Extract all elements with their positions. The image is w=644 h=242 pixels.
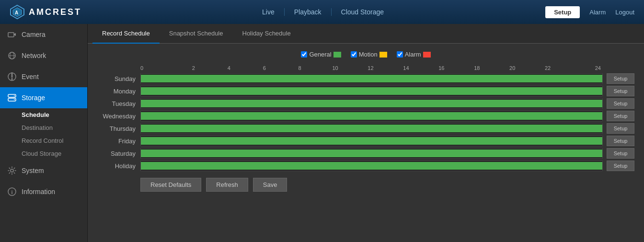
legend-motion-label: Motion <box>359 51 378 58</box>
bar-tuesday-fill <box>141 100 602 107</box>
legend-general-label: General <box>309 51 331 58</box>
setup-holiday-btn[interactable]: Setup <box>607 161 634 171</box>
row-wednesday: Wednesday Setup <box>97 111 634 121</box>
bar-saturday-fill <box>141 150 602 157</box>
row-holiday: Holiday Setup <box>97 161 634 171</box>
setup-button[interactable]: Setup <box>545 6 580 18</box>
content: General Motion Alarm 0 <box>88 44 644 242</box>
sidebar-label-system: System <box>22 167 44 174</box>
sidebar-sub-destination[interactable]: Destination <box>22 121 87 134</box>
svg-point-13 <box>11 169 13 172</box>
bar-monday[interactable] <box>140 86 603 96</box>
sidebar: Camera Network Event Storage Schedule De… <box>0 24 88 242</box>
bar-holiday-fill <box>141 162 602 170</box>
day-saturday: Saturday <box>97 150 140 157</box>
time-24: 24 <box>565 65 601 71</box>
legend-general-checkbox[interactable] <box>301 51 307 58</box>
legend-motion-color <box>380 52 387 58</box>
sidebar-item-event[interactable]: Event <box>0 66 87 87</box>
bar-wednesday[interactable] <box>140 111 603 121</box>
day-monday: Monday <box>97 88 140 95</box>
bar-sunday-fill <box>141 75 602 82</box>
setup-friday-btn[interactable]: Setup <box>607 136 634 146</box>
row-sunday: Sunday Setup <box>97 73 634 84</box>
time-axis: 0 2 4 6 8 10 12 14 16 18 20 22 24 <box>140 65 601 71</box>
refresh-button[interactable]: Refresh <box>206 178 248 192</box>
time-8: 8 <box>282 65 318 71</box>
logout-link[interactable]: Logout <box>615 9 634 16</box>
sidebar-sub: Schedule Destination Record Control Clou… <box>0 108 87 160</box>
tab-snapshot-schedule[interactable]: Snapshot Schedule <box>160 24 233 44</box>
header: A AMCREST Live Playback Cloud Storage Se… <box>0 0 644 24</box>
storage-icon <box>7 93 17 103</box>
setup-saturday-btn[interactable]: Setup <box>607 148 634 159</box>
bar-saturday[interactable] <box>140 148 603 159</box>
sidebar-sub-schedule[interactable]: Schedule <box>22 108 87 121</box>
bar-monday-fill <box>141 87 602 95</box>
sidebar-item-storage[interactable]: Storage <box>0 87 87 108</box>
network-icon <box>7 51 17 60</box>
row-tuesday: Tuesday Setup <box>97 98 634 109</box>
reset-defaults-button[interactable]: Reset Defaults <box>140 178 201 192</box>
sidebar-sub-record-control[interactable]: Record Control <box>22 134 87 147</box>
legend-alarm-checkbox[interactable] <box>397 51 403 58</box>
info-icon: i <box>7 187 17 196</box>
time-14: 14 <box>388 65 424 71</box>
logo: A AMCREST <box>10 4 81 20</box>
time-2: 2 <box>176 65 211 71</box>
day-thursday: Thursday <box>97 125 140 132</box>
tab-record-schedule[interactable]: Record Schedule <box>92 24 160 44</box>
sidebar-item-camera[interactable]: Camera <box>0 24 87 45</box>
header-right: Setup Alarm Logout <box>545 6 634 18</box>
setup-monday-btn[interactable]: Setup <box>607 86 634 96</box>
sidebar-sub-cloud-storage[interactable]: Cloud Storage <box>22 147 87 160</box>
legend-alarm-label: Alarm <box>405 51 421 58</box>
camera-icon <box>7 30 17 39</box>
nav-playback[interactable]: Playback <box>285 8 332 16</box>
nav-cloud-storage[interactable]: Cloud Storage <box>332 8 394 16</box>
bottom-buttons: Reset Defaults Refresh Save <box>140 178 634 192</box>
legend-general-color <box>334 52 341 58</box>
system-icon <box>7 166 17 175</box>
svg-rect-3 <box>8 33 14 37</box>
legend-motion[interactable]: Motion <box>351 51 387 58</box>
bar-sunday[interactable] <box>140 73 603 84</box>
setup-wednesday-btn[interactable]: Setup <box>607 111 634 121</box>
row-friday: Friday Setup <box>97 136 634 146</box>
svg-text:A: A <box>15 10 20 15</box>
legend: General Motion Alarm <box>97 51 634 58</box>
main: Record Schedule Snapshot Schedule Holida… <box>88 24 644 242</box>
sidebar-label-information: Information <box>22 188 55 196</box>
time-22: 22 <box>530 65 565 71</box>
sidebar-item-network[interactable]: Network <box>0 45 87 66</box>
sidebar-item-information[interactable]: i Information <box>0 181 87 202</box>
save-button[interactable]: Save <box>253 178 288 192</box>
row-monday: Monday Setup <box>97 86 634 96</box>
nav-live[interactable]: Live <box>253 8 285 16</box>
tab-holiday-schedule[interactable]: Holiday Schedule <box>233 24 300 44</box>
sidebar-label-camera: Camera <box>22 31 46 38</box>
time-6: 6 <box>247 65 282 71</box>
bar-thursday[interactable] <box>140 123 603 134</box>
sidebar-item-system[interactable]: System <box>0 160 87 181</box>
logo-icon: A <box>10 4 25 20</box>
day-tuesday: Tuesday <box>97 100 140 107</box>
legend-alarm[interactable]: Alarm <box>397 51 431 58</box>
bar-thursday-fill <box>141 125 602 132</box>
bar-holiday[interactable] <box>140 161 603 171</box>
legend-motion-checkbox[interactable] <box>351 51 357 58</box>
time-18: 18 <box>459 65 494 71</box>
event-icon <box>7 72 17 81</box>
alarm-link[interactable]: Alarm <box>589 9 606 16</box>
bar-friday[interactable] <box>140 136 603 146</box>
sidebar-label-event: Event <box>22 73 39 81</box>
layout: Camera Network Event Storage Schedule De… <box>0 24 644 242</box>
time-16: 16 <box>424 65 459 71</box>
bar-tuesday[interactable] <box>140 98 603 109</box>
setup-sunday-btn[interactable]: Setup <box>607 73 634 84</box>
setup-thursday-btn[interactable]: Setup <box>607 123 634 134</box>
tabs: Record Schedule Snapshot Schedule Holida… <box>88 24 644 44</box>
day-wednesday: Wednesday <box>97 113 140 120</box>
setup-tuesday-btn[interactable]: Setup <box>607 98 634 109</box>
legend-general[interactable]: General <box>301 51 341 58</box>
